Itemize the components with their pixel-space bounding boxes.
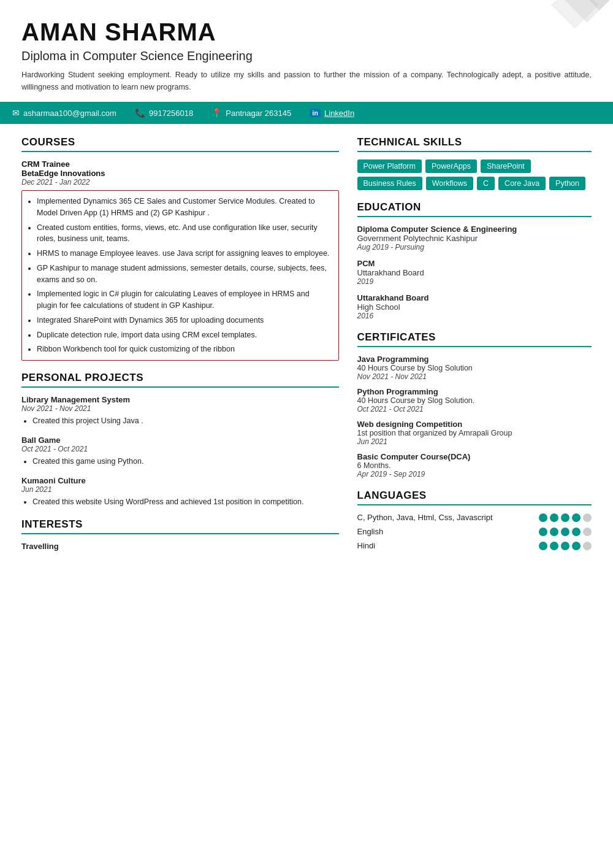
project-entry-2: Kumaoni Culture Jun 2021 Created this we…: [21, 476, 339, 508]
dot: [583, 513, 592, 522]
project-bullets-0: Created this project Using Java .: [21, 415, 339, 427]
bullet-item: Created this project Using Java .: [32, 415, 339, 427]
dot: [561, 528, 569, 536]
cert-entry-1: Python Programming 40 Hours Course by Sl…: [357, 387, 592, 413]
skills-grid: Power Platform PowerApps SharePoint Busi…: [357, 159, 592, 190]
projects-heading: PERSONAL PROJECTS: [21, 372, 339, 388]
courses-heading: COURSES: [21, 136, 339, 152]
skills-heading: TECHNICAL SKILLS: [357, 136, 592, 152]
course-bullets-0: Implemented Dynamics 365 CE Sales and Cu…: [21, 190, 339, 361]
contact-phone: 📞 9917256018: [135, 108, 193, 118]
bullet-item: GP Kashipur to manage student admissions…: [37, 263, 331, 286]
dot: [572, 513, 581, 522]
dot: [539, 513, 547, 522]
course-title-0: CRM Trainee: [21, 159, 339, 169]
lang-entry-0: C, Python, Java, Html, Css, Javascript: [357, 513, 592, 522]
contact-bar: ✉ asharmaa100@gmail.com 📞 9917256018 📍 P…: [0, 102, 613, 124]
edu-date-2: 2016: [357, 312, 592, 320]
bullet-item: Implemented Dynamics 365 CE Sales and Cu…: [37, 196, 331, 219]
dot: [583, 528, 592, 536]
cert-date-0: Nov 2021 - Nov 2021: [357, 372, 592, 381]
certificates-heading: CERTIFICATES: [357, 331, 592, 347]
bullet-item: Duplicate detection rule, import data us…: [37, 329, 331, 341]
bullet-item: Created this website Using WordPress and…: [32, 496, 339, 508]
education-heading: EDUCATION: [357, 201, 592, 217]
lang-name-1: English: [357, 527, 539, 536]
cert-detail-3: 6 Months.: [357, 461, 592, 470]
edu-date-0: Aug 2019 - Pursuing: [357, 243, 592, 252]
cert-title-1: Python Programming: [357, 387, 592, 396]
edu-entry-2: Uttarakhand Board High School 2016: [357, 293, 592, 320]
bullet-item: Ribbon Workbench tool for quick customiz…: [37, 344, 331, 355]
interest-item-0: Travelling: [21, 542, 339, 551]
edu-entry-0: Diploma Computer Science & Engineering G…: [357, 225, 592, 252]
dot: [539, 542, 547, 550]
bullet-item: Implemented logic in C# plugin for calcu…: [37, 288, 331, 312]
dot: [561, 513, 569, 522]
edu-degree-2: Uttarakhand Board: [357, 293, 592, 302]
bullet-item: HRMS to manage Employee leaves. use Java…: [37, 248, 331, 259]
project-title-2: Kumaoni Culture: [21, 476, 339, 485]
dot: [572, 542, 581, 550]
right-column: TECHNICAL SKILLS Power Platform PowerApp…: [357, 136, 592, 555]
lang-entry-1: English: [357, 527, 592, 536]
cert-entry-0: Java Programming 40 Hours Course by Slog…: [357, 355, 592, 381]
dot: [550, 513, 558, 522]
contact-location: 📍 Pantnagar 263145: [211, 108, 291, 118]
project-title-0: Library Management System: [21, 395, 339, 404]
lang-dots-0: [539, 513, 592, 522]
edu-date-1: 2019: [357, 277, 592, 286]
project-bullets-1: Created this game using Python.: [21, 456, 339, 467]
bullet-item: Created this game using Python.: [32, 456, 339, 467]
skill-tag-7: Python: [549, 177, 585, 190]
lang-entry-2: Hindi: [357, 541, 592, 550]
edu-degree-1: PCM: [357, 259, 592, 268]
resume-page: AMAN SHARMA Diploma in Computer Science …: [0, 0, 613, 868]
left-column: COURSES CRM Trainee BetaEdge Innovations…: [21, 136, 339, 555]
dot: [572, 528, 581, 536]
phone-icon: 📞: [135, 108, 145, 118]
edu-degree-0: Diploma Computer Science & Engineering: [357, 225, 592, 234]
lang-name-0: C, Python, Java, Html, Css, Javascript: [357, 513, 539, 522]
interests-heading: Interests: [21, 518, 339, 534]
cert-detail-2: 1st position that organized by Amrapali …: [357, 429, 592, 437]
candidate-name: AMAN SHARMA: [21, 18, 592, 45]
edu-institution-2: High School: [357, 302, 592, 312]
skill-tag-6: Core Java: [498, 177, 546, 190]
project-entry-0: Library Management System Nov 2021 - Nov…: [21, 395, 339, 427]
course-date-0: Dec 2021 - Jan 2022: [21, 178, 339, 186]
cert-title-0: Java Programming: [357, 355, 592, 364]
dot: [550, 542, 558, 550]
project-date-0: Nov 2021 - Nov 2021: [21, 404, 339, 413]
contact-email: ✉ asharmaa100@gmail.com: [12, 108, 116, 118]
lang-dots-1: [539, 528, 592, 536]
course-entry-0: CRM Trainee BetaEdge Innovations Dec 202…: [21, 159, 339, 361]
skill-tag-0: Power Platform: [357, 159, 422, 173]
cert-date-1: Oct 2021 - Oct 2021: [357, 405, 592, 413]
cert-date-3: Apr 2019 - Sep 2019: [357, 470, 592, 478]
cert-detail-0: 40 Hours Course by Slog Solution: [357, 364, 592, 372]
bullet-item: Created custom entities, forms, views, e…: [37, 222, 331, 245]
cert-title-3: Basic Computer Course(DCA): [357, 452, 592, 461]
cert-detail-1: 40 Hours Course by Slog Solution.: [357, 396, 592, 405]
cert-date-2: Jun 2021: [357, 437, 592, 446]
skill-tag-3: Business Rules: [357, 177, 422, 190]
project-title-1: Ball Game: [21, 436, 339, 445]
cert-entry-2: Web designing Competition 1st position t…: [357, 420, 592, 446]
dot: [583, 542, 592, 550]
dot: [561, 542, 569, 550]
cert-entry-3: Basic Computer Course(DCA) 6 Months. Apr…: [357, 452, 592, 478]
project-entry-1: Ball Game Oct 2021 - Oct 2021 Created th…: [21, 436, 339, 467]
project-date-1: Oct 2021 - Oct 2021: [21, 445, 339, 453]
skill-tag-5: C: [477, 177, 495, 190]
languages-heading: LANGUAGES: [357, 490, 592, 505]
contact-linkedin[interactable]: in LinkedIn: [310, 109, 354, 118]
project-date-2: Jun 2021: [21, 485, 339, 494]
main-content: COURSES CRM Trainee BetaEdge Innovations…: [21, 136, 592, 555]
linkedin-link[interactable]: LinkedIn: [324, 109, 354, 118]
skill-tag-4: Workflows: [426, 177, 473, 190]
project-bullets-2: Created this website Using WordPress and…: [21, 496, 339, 508]
header-section: AMAN SHARMA Diploma in Computer Science …: [21, 18, 592, 93]
lang-dots-2: [539, 542, 592, 550]
linkedin-icon: in: [310, 109, 321, 117]
